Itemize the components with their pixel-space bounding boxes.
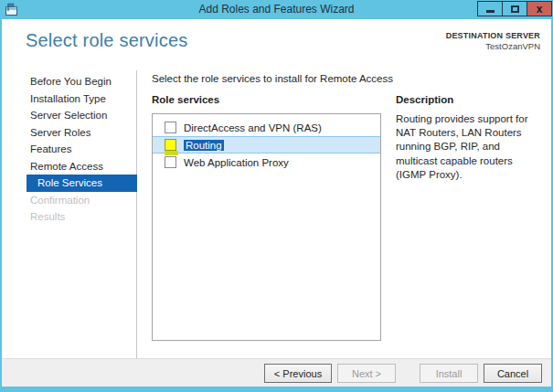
window-title: Add Roles and Features Wizard — [0, 3, 553, 16]
cancel-button[interactable]: Cancel — [484, 364, 542, 383]
next-button[interactable]: Next > — [337, 364, 396, 383]
minimize-button[interactable] — [477, 1, 503, 16]
checkbox-routing-highlighted[interactable] — [165, 139, 176, 151]
role-service-label-web-application-proxy: Web Application Proxy — [184, 157, 289, 168]
destination-server-label: DESTINATION SERVER — [446, 31, 540, 41]
close-button[interactable]: x — [526, 1, 552, 16]
sidebar-item-server-selection[interactable]: Server Selection — [2, 107, 136, 124]
destination-server-name: TestOzanVPN — [446, 41, 540, 51]
maximize-icon — [511, 5, 519, 13]
role-service-row-directaccess[interactable]: DirectAccess and VPN (RAS) — [153, 119, 380, 136]
wizard-window: Add Roles and Features Wizard x Select r… — [0, 0, 553, 392]
role-services-label: Role services — [152, 94, 219, 105]
checkbox-directaccess-vpn[interactable] — [165, 122, 176, 133]
sidebar-item-installation-type[interactable]: Installation Type — [2, 90, 136, 108]
destination-server-block: DESTINATION SERVER TestOzanVPN — [446, 31, 540, 51]
previous-button[interactable]: < Previous — [264, 364, 332, 383]
role-service-row-web-application-proxy[interactable]: Web Application Proxy — [153, 154, 380, 171]
sidebar-item-remote-access[interactable]: Remote Access — [2, 158, 136, 175]
install-button[interactable]: Install — [420, 364, 478, 383]
close-icon: x — [537, 4, 543, 15]
sidebar-item-role-services[interactable]: Role Services — [27, 175, 137, 192]
minimize-icon — [486, 10, 495, 13]
description-label: Description — [396, 94, 453, 105]
wizard-client-area: Select role services DESTINATION SERVER … — [2, 19, 551, 387]
sidebar-item-confirmation: Confirmation — [2, 192, 136, 209]
wizard-steps-sidebar: Before You Begin Installation Type Serve… — [2, 70, 137, 358]
maximize-button[interactable] — [502, 1, 527, 16]
sidebar-item-before-you-begin[interactable]: Before You Begin — [2, 73, 136, 90]
footer-button-row: < Previous Next > Install Cancel — [264, 364, 542, 383]
role-service-label-routing: Routing — [184, 140, 224, 151]
instruction-text: Select the role services to install for … — [152, 73, 393, 84]
wizard-footer: < Previous Next > Install Cancel — [2, 358, 551, 387]
sidebar-item-results: Results — [2, 208, 136, 226]
page-title: Select role services — [26, 30, 187, 51]
description-text: Routing provides support for NAT Routers… — [396, 112, 542, 182]
checkbox-web-application-proxy[interactable] — [165, 156, 176, 168]
role-services-listbox[interactable]: DirectAccess and VPN (RAS) Routing Web A… — [152, 113, 381, 341]
sidebar-item-features[interactable]: Features — [2, 141, 136, 158]
titlebar: Add Roles and Features Wizard x — [0, 0, 553, 19]
role-service-row-routing[interactable]: Routing — [153, 136, 380, 154]
sidebar-item-server-roles[interactable]: Server Roles — [2, 124, 136, 142]
role-service-label-directaccess: DirectAccess and VPN (RAS) — [184, 122, 322, 133]
